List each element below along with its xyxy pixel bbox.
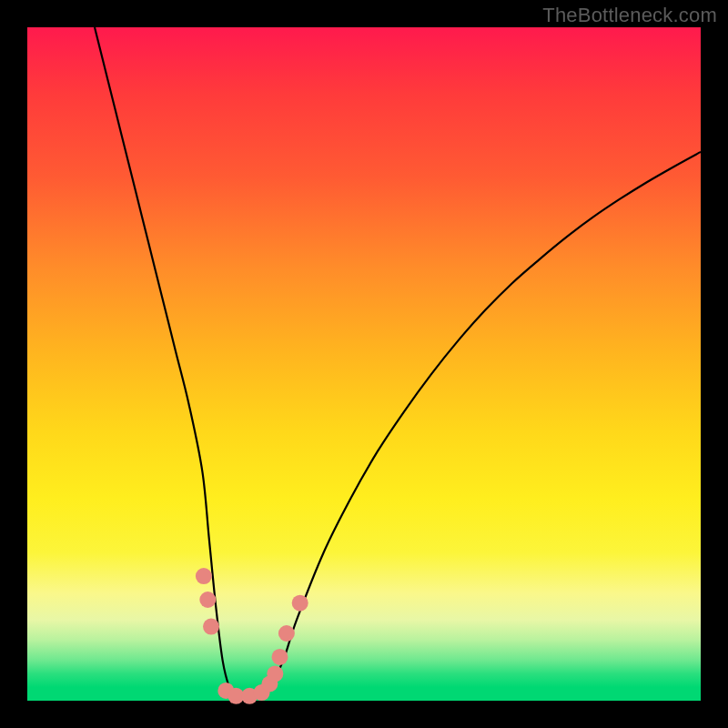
data-marker [272,649,288,665]
data-markers [196,568,308,704]
chart-frame: TheBottleneck.com [0,0,728,728]
chart-plot-area [27,27,701,701]
data-marker [196,568,212,584]
bottleneck-curve [95,27,701,698]
data-marker [203,619,219,635]
data-marker [292,595,308,612]
data-marker [199,592,216,608]
data-marker [278,625,295,642]
chart-svg [27,27,701,701]
watermark-text: TheBottleneck.com [542,4,717,27]
data-marker [267,665,283,682]
